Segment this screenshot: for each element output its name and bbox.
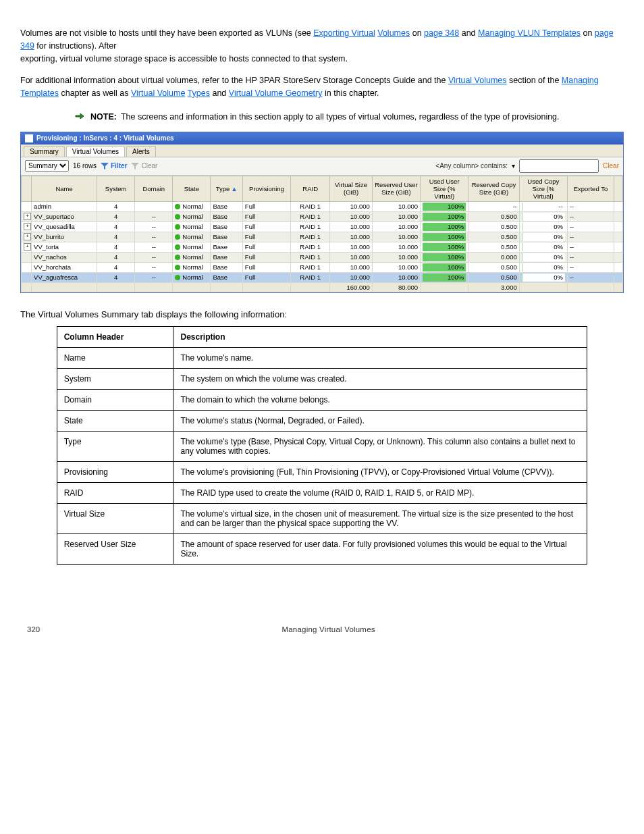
cell-vsize: 10.000 xyxy=(330,221,373,232)
cell-used: 100% xyxy=(421,211,468,221)
cell-exp: -- xyxy=(567,211,614,221)
expand-icon[interactable]: + xyxy=(24,233,31,240)
cell-rcopy: 0.500 xyxy=(468,262,520,272)
col-usedusersize[interactable]: Used User Size (% Virtual) xyxy=(421,176,468,201)
cell-domain: -- xyxy=(135,232,173,242)
table-row[interactable]: admin4NormalBaseFullRAID 110.00010.00010… xyxy=(22,201,623,211)
table-row[interactable]: +VV_quesadilla4--NormalBaseFullRAID 110.… xyxy=(22,221,623,232)
desc-col-body: The amount of space reserved for user da… xyxy=(173,533,587,564)
vv-table: Name System Domain State Type▲ Provision… xyxy=(21,176,623,292)
cell-exp: -- xyxy=(567,252,614,262)
expand-icon[interactable]: + xyxy=(24,223,31,230)
clear-filter-button[interactable]: Clear xyxy=(131,162,157,170)
cell-type: Base xyxy=(211,242,242,252)
desc-col-body: The volume's type (Base, Physical Copy, … xyxy=(173,431,587,461)
cell-exp: -- xyxy=(567,242,614,252)
cell-exp: -- xyxy=(567,221,614,232)
cell-type: Base xyxy=(211,232,242,242)
cell-name: admin xyxy=(32,201,97,211)
col-system[interactable]: System xyxy=(97,176,135,201)
cell-state: Normal xyxy=(173,221,211,232)
cell-type: Base xyxy=(211,211,242,221)
link-vv-types2[interactable]: Types xyxy=(188,88,210,98)
table-row[interactable]: +VV_torta4--NormalBaseFullRAID 110.00010… xyxy=(22,242,623,252)
cell-used: 100% xyxy=(421,242,468,252)
desc-row: SystemThe system on which the volume was… xyxy=(57,368,587,389)
desc-row: Reserved User SizeThe amount of space re… xyxy=(57,533,587,564)
expand-icon[interactable]: + xyxy=(24,243,31,251)
search-input[interactable] xyxy=(519,159,599,173)
cell-rsize: 10.000 xyxy=(372,201,420,211)
cell-system: 4 xyxy=(97,262,135,272)
table-row[interactable]: +VV_supertaco4--NormalBaseFullRAID 110.0… xyxy=(22,211,623,221)
link-volumes[interactable]: Volumes xyxy=(377,28,410,38)
col-raid[interactable]: RAID xyxy=(291,176,330,201)
cell-type: Base xyxy=(211,221,242,232)
col-name[interactable]: Name xyxy=(32,176,97,201)
cell-used: 100% xyxy=(421,272,468,282)
col-type[interactable]: Type▲ xyxy=(211,176,242,201)
cell-vsize: 10.000 xyxy=(330,232,373,242)
col-ucopysize[interactable]: Used Copy Size (% Virtual) xyxy=(519,176,567,201)
filter-button[interactable]: Filter xyxy=(101,162,127,170)
col-domain[interactable]: Domain xyxy=(135,176,173,201)
table-row[interactable]: VV_nachos4--NormalBaseFullRAID 110.00010… xyxy=(22,252,623,262)
desc-col-body: The volume's name. xyxy=(173,347,587,368)
desc-col-body: The volume's provisioning (Full, Thin Pr… xyxy=(173,461,587,482)
cell-vsize: 10.000 xyxy=(330,201,373,211)
col-state[interactable]: State xyxy=(173,176,211,201)
tab-virtual-volumes[interactable]: Virtual Volumes xyxy=(66,146,125,157)
desc-row: DomainThe domain to which the volume bel… xyxy=(57,389,587,410)
contains-label: <Any column> contains: xyxy=(435,162,508,170)
cell-rsize: 10.000 xyxy=(372,272,420,282)
expand-icon[interactable]: + xyxy=(24,213,31,220)
note-label: NOTE: xyxy=(90,112,117,122)
cell-name: VV_nachos xyxy=(32,252,97,262)
total-rcopy: 3.000 xyxy=(468,282,520,292)
clear-search-button[interactable]: Clear xyxy=(603,162,619,170)
col-vsize[interactable]: Virtual Size (GiB) xyxy=(330,176,373,201)
link-vv-geometry[interactable]: Virtual Volume Geometry xyxy=(229,88,323,98)
tab-summary[interactable]: Summary xyxy=(24,146,65,157)
desc-row: TypeThe volume's type (Base, Physical Co… xyxy=(57,431,587,461)
footer-page: 320 xyxy=(27,625,40,633)
view-select[interactable]: Summary xyxy=(25,160,69,172)
app-window: Provisioning : InServs : 4 : Virtual Vol… xyxy=(20,132,624,293)
cell-state: Normal xyxy=(173,211,211,221)
tab-alerts[interactable]: Alerts xyxy=(126,146,156,157)
chevron-down-icon[interactable]: ▾ xyxy=(512,162,515,170)
status-dot-icon xyxy=(175,204,180,209)
desc-col-body: The volume's status (Normal, Degraded, o… xyxy=(173,410,587,431)
col-rcopysize[interactable]: Reserved Copy Size (GiB) xyxy=(468,176,520,201)
link-page348[interactable]: page 348 xyxy=(424,28,459,38)
cell-prov: Full xyxy=(242,201,290,211)
col-provisioning[interactable]: Provisioning xyxy=(242,176,290,201)
table-row[interactable]: VV_aguafresca4--NormalBaseFullRAID 110.0… xyxy=(22,272,623,282)
link-managing-vlun[interactable]: Managing VLUN Templates xyxy=(478,28,581,38)
link-vv[interactable]: Virtual Volumes xyxy=(448,76,507,85)
table-row[interactable]: +VV_burrito4--NormalBaseFullRAID 110.000… xyxy=(22,232,623,242)
status-dot-icon xyxy=(175,234,180,240)
desc-col-header: Provisioning xyxy=(57,461,173,482)
intro-paragraph-2: For additional information about virtual… xyxy=(20,74,624,100)
table-row[interactable]: VV_horchata4--NormalBaseFullRAID 110.000… xyxy=(22,262,623,272)
col-rusersize[interactable]: Reserved User Size (GiB) xyxy=(372,176,420,201)
desc-col-header: RAID xyxy=(57,482,173,503)
cell-rcopy: 0.000 xyxy=(468,252,520,262)
cell-used: 100% xyxy=(421,221,468,232)
cell-state: Normal xyxy=(173,272,211,282)
clear-icon xyxy=(131,163,139,170)
link-vv-types1[interactable]: Virtual Volume xyxy=(131,88,185,98)
desc-col-body: Description xyxy=(173,326,587,347)
cell-used: 100% xyxy=(421,232,468,242)
link-exporting[interactable]: Exporting Virtual xyxy=(313,28,375,38)
cell-prov: Full xyxy=(242,272,290,282)
col-expand[interactable] xyxy=(22,176,32,201)
row-count: 16 rows xyxy=(73,162,97,170)
col-exportedto[interactable]: Exported To xyxy=(567,176,614,201)
cell-raid: RAID 1 xyxy=(291,252,330,262)
cell-rsize: 10.000 xyxy=(372,221,420,232)
desc-row: ProvisioningThe volume's provisioning (F… xyxy=(57,461,587,482)
cell-pad xyxy=(614,262,622,272)
footer-title: Managing Virtual Volumes xyxy=(281,625,375,633)
